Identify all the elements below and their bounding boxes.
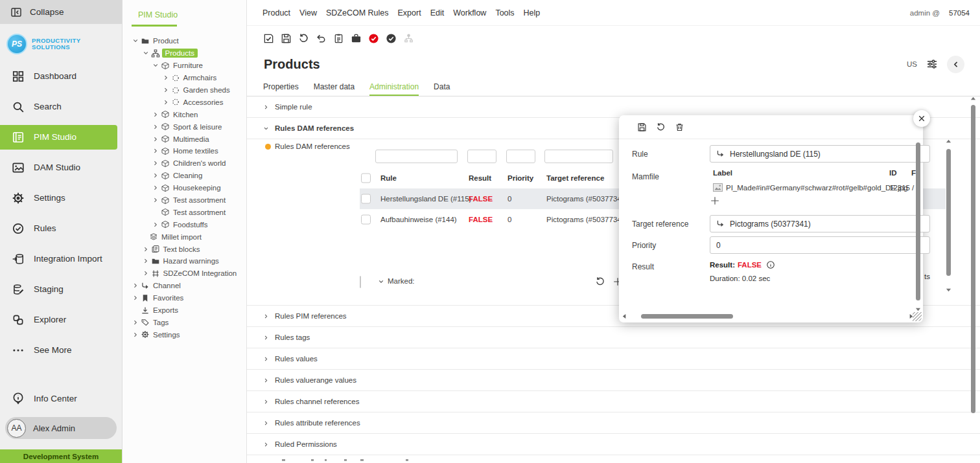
add-mamfile-icon[interactable]	[710, 196, 720, 206]
marked-checkbox[interactable]	[360, 276, 361, 288]
rotate-ccw-icon[interactable]	[656, 122, 666, 132]
tree-item-settings[interactable]: Settings	[122, 328, 246, 341]
filter-rule-input[interactable]	[375, 150, 458, 163]
tab-pim-studio[interactable]: PIM Studio	[138, 10, 178, 19]
tree-item-children-s-world[interactable]: Children's world	[122, 157, 246, 170]
tree-item-cleaning[interactable]: Cleaning	[122, 170, 246, 182]
tree-item-products[interactable]: Products	[122, 47, 246, 60]
tree-item-multimedia[interactable]: Multimedia	[122, 133, 246, 145]
menu-workflow[interactable]: Workflow	[453, 8, 486, 17]
workflow-approved-red-icon[interactable]	[368, 33, 379, 44]
tree-item-sport-leisure[interactable]: Sport & leisure	[122, 120, 246, 133]
tab-master-data[interactable]: Master data	[314, 79, 355, 96]
sidebar-item-explorer[interactable]: Explorer	[0, 304, 117, 335]
sidebar-item-settings[interactable]: Settings	[0, 183, 117, 213]
sidebar-item-rules[interactable]: Rules	[0, 213, 117, 243]
scroll-up-icon[interactable]	[946, 139, 951, 144]
row-checkbox[interactable]	[361, 194, 371, 204]
scroll-left-icon[interactable]	[622, 313, 627, 319]
section-rules-channel-references[interactable]: Rules channel references	[247, 391, 980, 412]
section-rules-valuerange-values[interactable]: Rules valuerange values	[247, 370, 980, 391]
tree-item-kitchen[interactable]: Kitchen	[122, 108, 246, 120]
tree-item-text-blocks[interactable]: Text blocks	[122, 243, 246, 255]
filter-target-input[interactable]	[544, 150, 613, 163]
tree-item-housekeeping[interactable]: Housekeeping	[122, 182, 246, 194]
sidebar-item-pim-studio[interactable]: PIM Studio	[0, 125, 117, 150]
tree-item-channel[interactable]: Channel	[122, 280, 246, 292]
user-menu[interactable]: AA Alex Admin	[5, 417, 117, 439]
tree-item-sdzecom-integration[interactable]: SDZeCOM Integration	[122, 267, 246, 280]
menu-product[interactable]: Product	[262, 8, 290, 17]
dialog-vertical-scrollbar[interactable]	[916, 142, 920, 300]
filter-priority-input[interactable]	[506, 150, 535, 163]
tree-item-tags[interactable]: Tags	[122, 316, 246, 328]
tab-data[interactable]: Data	[434, 79, 450, 96]
row-checkbox[interactable]	[361, 215, 371, 225]
briefcase-icon[interactable]	[351, 33, 362, 44]
select-all-checkbox[interactable]	[361, 174, 371, 183]
section-rules-tags[interactable]: Rules tags	[247, 327, 980, 348]
sidebar-item-staging[interactable]: Staging	[0, 274, 117, 304]
tree-item-accessories[interactable]: Accessories	[122, 96, 246, 108]
scrollbar-thumb[interactable]	[641, 314, 733, 319]
rotate-ccw-icon[interactable]	[298, 33, 309, 44]
scroll-down-icon[interactable]	[946, 287, 951, 293]
menu-help[interactable]: Help	[524, 8, 541, 17]
scroll-down-icon[interactable]	[915, 306, 921, 312]
collapse-panel-button[interactable]	[947, 56, 964, 73]
workflow-approved-dark-icon[interactable]	[386, 33, 397, 44]
sidebar-item-info-center[interactable]: Info Center	[0, 386, 117, 411]
tab-administration[interactable]: Administration	[369, 79, 419, 96]
menu-tools[interactable]: Tools	[495, 8, 514, 17]
menu-edit[interactable]: Edit	[430, 8, 445, 17]
save-icon[interactable]	[637, 122, 647, 132]
page-scrollbar[interactable]	[970, 95, 976, 463]
section-rules-values[interactable]: Rules values	[247, 348, 980, 370]
sidebar-item-dam-studio[interactable]: DAM Studio	[0, 152, 117, 183]
save-icon[interactable]	[281, 33, 292, 44]
filter-result-input[interactable]	[467, 150, 496, 163]
collapse-button[interactable]: Collapse	[0, 0, 122, 24]
resize-grip[interactable]	[913, 312, 922, 321]
tree-item-product[interactable]: Product	[122, 35, 246, 47]
mamfile-name[interactable]: PI_Made#in#Germany#schwarz#rot#gelb#gold…	[726, 184, 908, 192]
tree-item-exports[interactable]: Exports	[122, 304, 246, 317]
tree-item-hazard-warnings[interactable]: Hazard warnings	[122, 255, 246, 267]
tree-item-home-textiles[interactable]: Home textiles	[122, 145, 246, 157]
report-icon[interactable]	[333, 33, 344, 44]
close-button[interactable]	[913, 110, 930, 127]
scroll-up-icon[interactable]	[970, 96, 976, 102]
rule-dropdown[interactable]: Herstellungsland DE (115)	[710, 145, 930, 163]
tree-item-garden-sheds[interactable]: Garden sheds	[122, 84, 246, 96]
menu-sdzecom-rules[interactable]: SDZeCOM Rules	[326, 8, 389, 17]
scrollbar-thumb[interactable]	[971, 105, 975, 413]
undo-icon[interactable]	[316, 33, 327, 44]
save-confirm-icon[interactable]	[263, 33, 274, 44]
sidebar-item-dashboard[interactable]: Dashboard	[0, 61, 117, 91]
refresh-icon[interactable]	[595, 277, 605, 287]
target-reference-dropdown[interactable]: Pictograms (50377341)	[710, 215, 930, 232]
locale-indicator[interactable]: US	[907, 60, 917, 68]
tree-item-test-assortment[interactable]: Test assortment	[122, 194, 246, 207]
menu-view[interactable]: View	[299, 8, 317, 17]
trash-icon[interactable]	[675, 122, 684, 132]
sliders-icon[interactable]	[926, 58, 938, 70]
tree-item-armchairs[interactable]: Armchairs	[122, 72, 246, 84]
priority-input[interactable]	[710, 236, 930, 254]
tree-item-furniture[interactable]: Furniture	[122, 60, 246, 72]
section-rules-attribute-references[interactable]: Rules attribute references	[247, 412, 980, 434]
sidebar-item-see-more[interactable]: See More	[0, 335, 117, 365]
table-scrollbar[interactable]	[946, 139, 951, 294]
tree-item-millet-import[interactable]: Millet import	[122, 231, 246, 243]
tree-item-favorites[interactable]: Favorites	[122, 292, 246, 304]
dialog-horizontal-scrollbar[interactable]	[622, 313, 914, 319]
sidebar-item-integration-import[interactable]: Integration Import	[0, 243, 117, 274]
tab-properties[interactable]: Properties	[263, 79, 299, 96]
scrollbar-thumb[interactable]	[946, 149, 951, 276]
menu-export[interactable]: Export	[398, 8, 421, 17]
section-ruled-permissions[interactable]: Ruled Permissions	[247, 434, 980, 455]
tree-item-test-assortment[interactable]: Test assortment	[122, 206, 246, 218]
tree-item-foodstuffs[interactable]: Foodstuffs	[122, 218, 246, 231]
sidebar-item-search[interactable]: Search	[0, 91, 117, 122]
info-circle-icon[interactable]	[766, 260, 775, 269]
